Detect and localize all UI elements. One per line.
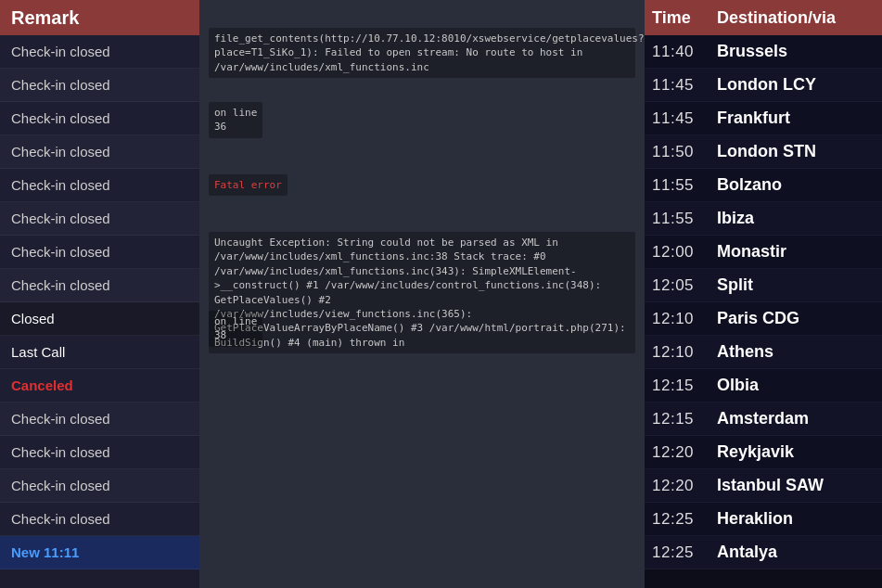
- flight-row: 11:55Ibiza: [645, 202, 882, 236]
- flight-row: 11:55Bolzano: [645, 169, 882, 202]
- remark-row: Check-in closed: [0, 469, 199, 503]
- flight-destination: Antalya: [717, 543, 777, 562]
- flight-destination: Heraklion: [717, 509, 793, 529]
- flight-destination: Bolzano: [717, 175, 782, 195]
- remark-text: Check-in closed: [11, 110, 110, 126]
- remark-text: New 11:11: [11, 544, 79, 560]
- error-log-panel: file_get_contents(http://10.77.10.12:801…: [199, 0, 645, 588]
- remark-text: Check-in closed: [11, 44, 110, 59]
- flight-time: 12:15: [652, 377, 717, 395]
- flight-time: 11:50: [652, 143, 717, 161]
- remark-row: New 11:11: [0, 536, 199, 569]
- dest-header: Destination/via: [717, 8, 836, 28]
- error-message: Fatal error: [209, 174, 288, 196]
- remark-text: Canceled: [11, 377, 73, 393]
- flight-row: 12:25Heraklion: [645, 503, 882, 536]
- flight-time: 11:45: [652, 109, 717, 128]
- remark-row: Last Call: [0, 336, 199, 369]
- flight-time: 11:55: [652, 176, 717, 195]
- remark-text: Check-in closed: [11, 478, 110, 493]
- remark-row: Check-in closed: [0, 169, 199, 202]
- flight-time: 12:20: [652, 477, 717, 495]
- flight-time: 11:40: [652, 43, 717, 61]
- remark-row: Check-in closed: [0, 269, 199, 302]
- flight-destination: Brussels: [717, 42, 787, 61]
- remark-panel: Remark Check-in closedCheck-in closedChe…: [0, 0, 199, 588]
- time-header: Time: [652, 8, 717, 28]
- flight-time: 12:05: [652, 276, 717, 295]
- remark-row: Check-in closed: [0, 236, 199, 269]
- flight-destination: Amsterdam: [717, 409, 809, 428]
- flight-time: 12:20: [652, 443, 717, 462]
- remark-text: Check-in closed: [11, 444, 110, 460]
- remark-row: Check-in closed: [0, 135, 199, 169]
- flight-time: 12:10: [652, 343, 717, 362]
- flights-header: Time Destination/via: [645, 0, 882, 35]
- flight-destination: Paris CDG: [717, 309, 799, 328]
- flight-row: 12:10Paris CDG: [645, 302, 882, 336]
- flight-row: 12:05Split: [645, 269, 882, 302]
- flight-time: 12:25: [652, 510, 717, 529]
- flight-row: 12:15Amsterdam: [645, 403, 882, 436]
- remark-header-label: Remark: [11, 7, 79, 29]
- remark-row: Check-in closed: [0, 35, 199, 69]
- remark-text: Check-in closed: [11, 277, 110, 293]
- flight-row: 12:10Athens: [645, 336, 882, 369]
- flight-destination: Istanbul SAW: [717, 476, 824, 495]
- remark-text: Check-in closed: [11, 177, 110, 193]
- flight-row: 11:45Frankfurt: [645, 102, 882, 135]
- flights-panel: Time Destination/via 11:40Brussels11:45L…: [645, 0, 882, 588]
- remark-row: Check-in closed: [0, 69, 199, 102]
- remark-row: Check-in closed: [0, 202, 199, 236]
- error-message: file_get_contents(http://10.77.10.12:801…: [209, 28, 635, 78]
- flight-row: 11:45London LCY: [645, 69, 882, 102]
- flight-destination: Ibiza: [717, 209, 754, 228]
- flight-destination: Split: [717, 275, 753, 295]
- flight-time: 11:55: [652, 210, 717, 228]
- flight-time: 12:10: [652, 310, 717, 328]
- flight-row: 11:50London STN: [645, 135, 882, 169]
- flight-destination: Frankfurt: [717, 109, 790, 128]
- flight-time: 12:00: [652, 243, 717, 262]
- flight-time: 12:25: [652, 543, 717, 562]
- flight-destination: Athens: [717, 342, 773, 362]
- remark-row: Check-in closed: [0, 436, 199, 469]
- remark-text: Check-in closed: [11, 411, 110, 427]
- error-message: on line 38: [209, 311, 262, 347]
- remark-text: Check-in closed: [11, 211, 110, 226]
- flight-destination: Monastir: [717, 242, 786, 262]
- flight-row: 12:20Istanbul SAW: [645, 469, 882, 503]
- flight-time: 12:15: [652, 410, 717, 428]
- flight-time: 11:45: [652, 76, 717, 95]
- error-message: on line 36: [209, 102, 262, 138]
- flight-row: 11:40Brussels: [645, 35, 882, 69]
- flight-row: 12:00Monastir: [645, 236, 882, 269]
- remark-row: Canceled: [0, 369, 199, 403]
- remark-header: Remark: [0, 0, 199, 35]
- flight-row: 12:25Antalya: [645, 536, 882, 569]
- flight-destination: London LCY: [717, 75, 816, 95]
- error-message: Uncaught Exception: String could not be …: [209, 232, 635, 353]
- flight-destination: Reykjavik: [717, 442, 794, 462]
- remark-row: Check-in closed: [0, 503, 199, 536]
- remark-text: Check-in closed: [11, 511, 110, 527]
- remark-row: Closed: [0, 302, 199, 336]
- remark-text: Check-in closed: [11, 77, 110, 93]
- remark-text: Check-in closed: [11, 144, 110, 160]
- remark-text: Closed: [11, 311, 55, 326]
- flight-destination: Olbia: [717, 376, 759, 395]
- flight-row: 12:15Olbia: [645, 369, 882, 403]
- remark-row: Check-in closed: [0, 403, 199, 436]
- flight-row: 12:20Reykjavik: [645, 436, 882, 469]
- remark-text: Check-in closed: [11, 244, 110, 260]
- remark-row: Check-in closed: [0, 102, 199, 135]
- flight-destination: London STN: [717, 142, 816, 161]
- remark-text: Last Call: [11, 344, 65, 360]
